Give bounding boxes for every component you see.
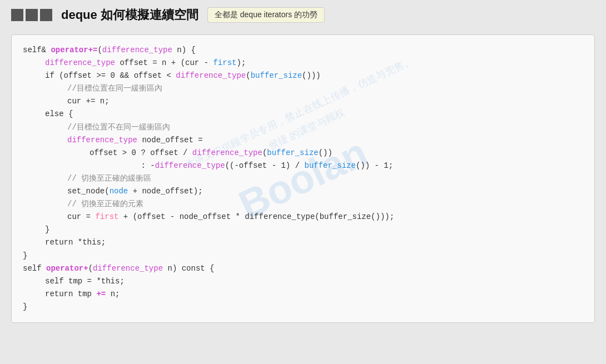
page-title: deque 如何模擬連續空間 [61, 7, 198, 23]
header: deque 如何模擬連續空間 全都是 deque iterators 的功勞 [0, 0, 606, 30]
icon-sq3 [40, 9, 52, 21]
header-icons [11, 9, 52, 21]
header-badge: 全都是 deque iterators 的功勞 [207, 7, 325, 23]
code-container: Boolan 本讲义仅供顾学员专用，禁止在线上传播，仿造与兜售。 侯捷 的课堂与… [11, 34, 595, 323]
icon-sq2 [26, 9, 38, 21]
icon-sq1 [11, 9, 23, 21]
code-block: self& operator+=(difference_type n) { di… [23, 44, 583, 313]
